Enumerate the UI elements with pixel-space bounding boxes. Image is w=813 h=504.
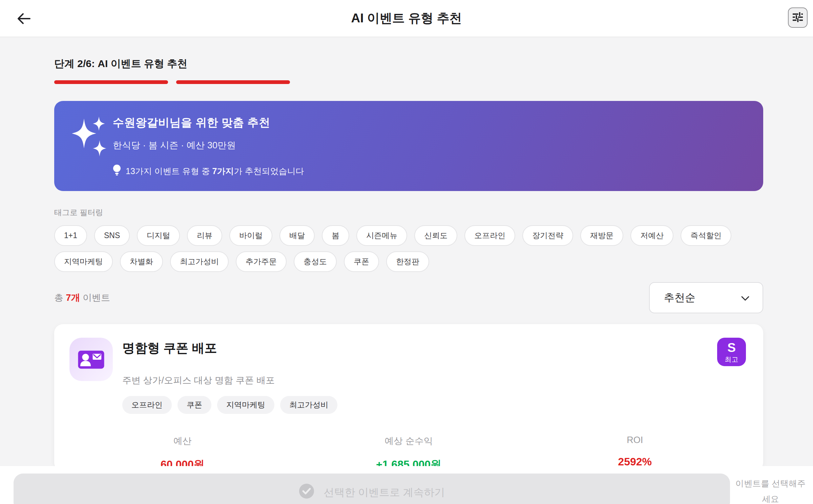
sliders-icon: [792, 11, 804, 24]
stat-label: ROI: [522, 435, 748, 445]
filter-chip[interactable]: 한정판: [386, 251, 429, 272]
filter-chip[interactable]: 신뢰도: [414, 225, 457, 246]
recommendation-banner: 수원왕갈비님을 위한 맞춤 추천 한식당 · 봄 시즌 · 예산 30만원 13…: [54, 101, 763, 191]
event-tag: 지역마케팅: [217, 396, 274, 414]
event-count-number: 7개: [66, 293, 80, 303]
filter-chip[interactable]: 장기전략: [522, 225, 573, 246]
event-description: 주변 상가/오피스 대상 명함 쿠폰 배포: [122, 374, 275, 386]
filter-chip[interactable]: 바이럴: [229, 225, 272, 246]
filter-chip[interactable]: 리뷰: [187, 225, 222, 246]
filter-chip[interactable]: 디지털: [137, 225, 180, 246]
header: AI 이벤트 유형 추천: [0, 0, 813, 37]
event-tag: 최고가성비: [280, 396, 337, 414]
banner-subtitle: 한식당 · 봄 시즌 · 예산 30만원: [113, 139, 304, 151]
filter-chip[interactable]: 1+1: [54, 225, 87, 246]
stat-label: 예산: [69, 435, 296, 447]
filter-chip[interactable]: 추가주문: [236, 251, 287, 272]
step-label: 단계 2/6: AI 이벤트 유형 추천: [54, 57, 763, 71]
event-tag: 쿠폰: [178, 396, 211, 414]
filter-chip[interactable]: 저예산: [630, 225, 673, 246]
ai-event-recommendation-page: AI 이벤트 유형 추천 단계 2/6: AI 이벤트 유형 추천: [0, 0, 813, 504]
stat-block: ROI 2592%: [522, 435, 748, 471]
event-card-text: 명함형 쿠폰 배포 주변 상가/오피스 대상 명함 쿠폰 배포: [122, 338, 275, 386]
filter-chip[interactable]: 지역마케팅: [54, 251, 113, 272]
sparkles-icon: [71, 116, 107, 159]
event-tag-list: 오프라인 쿠폰 지역마케팅 최고가성비: [122, 396, 748, 414]
stat-block: 예산 60,000원: [69, 435, 296, 471]
lightbulb-icon: [113, 164, 121, 178]
stat-label: 예상 순수익: [296, 435, 522, 447]
event-card-head: 명함형 쿠폰 배포 주변 상가/오피스 대상 명함 쿠폰 배포: [69, 338, 748, 386]
progress-segment: [176, 80, 290, 84]
filter-chip[interactable]: 배달: [279, 225, 315, 246]
banner-info: 13가지 이벤트 유형 중 7가지가 추천되었습니다: [113, 164, 304, 178]
banner-text: 수원왕갈비님을 위한 맞춤 추천 한식당 · 봄 시즌 · 예산 30만원 13…: [113, 115, 304, 178]
filter-chip[interactable]: 차별화: [120, 251, 163, 272]
continue-button[interactable]: 선택한 이벤트로 계속하기: [14, 474, 730, 504]
sort-selected-value: 추천순: [664, 291, 695, 305]
continue-button-label: 선택한 이벤트로 계속하기: [324, 485, 445, 500]
event-card[interactable]: 명함형 쿠폰 배포 주변 상가/오피스 대상 명함 쿠폰 배포 오프라인 쿠폰 …: [54, 324, 763, 471]
filter-chip[interactable]: 최고가성비: [170, 251, 229, 272]
banner-title: 수원왕갈비님을 위한 맞춤 추천: [113, 115, 304, 130]
filter-chip[interactable]: 봄: [322, 225, 349, 246]
event-count: 총 7개 이벤트: [54, 292, 110, 304]
stat-block: 예상 순수익 +1,685,000원: [296, 435, 522, 471]
filter-section-label: 태그로 필터링: [54, 207, 763, 218]
filter-chip[interactable]: 쿠폰: [344, 251, 379, 272]
page-title: AI 이벤트 유형 추천: [0, 0, 813, 37]
sort-dropdown[interactable]: 추천순: [649, 282, 763, 313]
results-row: 총 7개 이벤트 추천순: [54, 282, 763, 313]
main-content: 단계 2/6: AI 이벤트 유형 추천 수원왕갈비님을 위한 맞춤 추천 한식…: [0, 37, 813, 471]
grade-badge: S 최고: [717, 338, 746, 366]
event-tag: 오프라인: [122, 396, 172, 414]
filter-chip[interactable]: SNS: [94, 225, 130, 246]
grade-label: 최고: [725, 356, 738, 363]
filter-chip[interactable]: 충성도: [294, 251, 337, 272]
banner-info-text: 13가지 이벤트 유형 중 7가지가 추천되었습니다: [126, 166, 304, 177]
filter-settings-button[interactable]: [788, 7, 808, 28]
filter-chip[interactable]: 재방문: [580, 225, 623, 246]
filter-chip[interactable]: 오프라인: [464, 225, 515, 246]
event-stats: 예산 60,000원 예상 순수익 +1,685,000원 ROI 2592%: [69, 435, 748, 471]
recommended-count: 7가지: [212, 166, 234, 176]
filter-chip-list: 1+1 SNS 디지털 리뷰 바이럴 배달 봄 시즌메뉴 신뢰도 오프라인 장기…: [54, 225, 766, 272]
check-circle-icon: [298, 483, 315, 502]
chevron-down-icon: [741, 292, 750, 304]
event-title: 명함형 쿠폰 배포: [122, 340, 275, 357]
progress-bar: [54, 80, 763, 84]
selection-hint: 이벤트를 선택해주 세요: [732, 476, 809, 504]
contact-card-icon: [69, 338, 113, 381]
filter-chip[interactable]: 즉석할인: [681, 225, 731, 246]
progress-segment: [54, 80, 168, 84]
bottom-bar: 선택한 이벤트로 계속하기 이벤트를 선택해주 세요: [0, 466, 813, 504]
filter-chip[interactable]: 시즌메뉴: [356, 225, 407, 246]
grade-letter: S: [727, 341, 736, 354]
